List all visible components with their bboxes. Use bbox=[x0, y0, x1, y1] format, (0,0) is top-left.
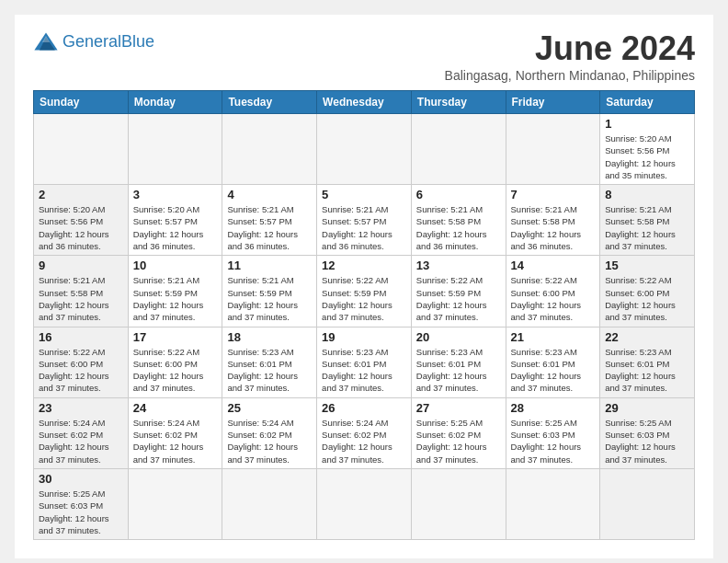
day-info-17: Sunrise: 5:22 AM Sunset: 6:00 PM Dayligh… bbox=[133, 347, 204, 394]
day-number-4: 4 bbox=[227, 188, 312, 201]
day-27: 27 Sunrise: 5:25 AM Sunset: 6:02 PM Dayl… bbox=[411, 397, 506, 468]
day-info-19: Sunrise: 5:23 AM Sunset: 6:01 PM Dayligh… bbox=[322, 347, 392, 394]
day-info-25: Sunrise: 5:24 AM Sunset: 6:02 PM Dayligh… bbox=[227, 418, 298, 465]
day-3: 3 Sunrise: 5:20 AM Sunset: 5:57 PM Dayli… bbox=[128, 185, 222, 256]
empty-cell bbox=[222, 468, 317, 539]
day-info-10: Sunrise: 5:21 AM Sunset: 5:59 PM Dayligh… bbox=[133, 275, 204, 322]
day-info-7: Sunrise: 5:21 AM Sunset: 5:58 PM Dayligh… bbox=[511, 204, 582, 251]
empty-cell bbox=[34, 114, 129, 185]
day-23: 23 Sunrise: 5:24 AM Sunset: 6:02 PM Dayl… bbox=[34, 397, 129, 468]
day-info-15: Sunrise: 5:22 AM Sunset: 6:00 PM Dayligh… bbox=[605, 275, 676, 322]
logo: GeneralBlue bbox=[33, 29, 154, 55]
week-row-3: 9 Sunrise: 5:21 AM Sunset: 5:58 PM Dayli… bbox=[34, 256, 695, 327]
day-info-18: Sunrise: 5:23 AM Sunset: 6:01 PM Dayligh… bbox=[227, 347, 298, 394]
header-sunday: Sunday bbox=[34, 91, 129, 114]
day-11: 11 Sunrise: 5:21 AM Sunset: 5:59 PM Dayl… bbox=[222, 256, 317, 327]
week-row-2: 2 Sunrise: 5:20 AM Sunset: 5:56 PM Dayli… bbox=[34, 185, 695, 256]
day-info-9: Sunrise: 5:21 AM Sunset: 5:58 PM Dayligh… bbox=[39, 275, 109, 322]
day-number-20: 20 bbox=[416, 330, 501, 344]
day-number-8: 8 bbox=[605, 188, 689, 201]
day-info-3: Sunrise: 5:20 AM Sunset: 5:57 PM Dayligh… bbox=[133, 204, 204, 251]
day-number-11: 11 bbox=[227, 259, 312, 272]
day-info-4: Sunrise: 5:21 AM Sunset: 5:57 PM Dayligh… bbox=[227, 204, 298, 251]
day-21: 21 Sunrise: 5:23 AM Sunset: 6:01 PM Dayl… bbox=[506, 327, 600, 397]
day-info-1: Sunrise: 5:20 AM Sunset: 5:56 PM Dayligh… bbox=[605, 133, 676, 180]
header-thursday: Thursday bbox=[411, 91, 506, 114]
week-row-6: 30 Sunrise: 5:25 AM Sunset: 6:03 PM Dayl… bbox=[34, 468, 695, 539]
day-13: 13 Sunrise: 5:22 AM Sunset: 5:59 PM Dayl… bbox=[411, 256, 506, 327]
day-28: 28 Sunrise: 5:25 AM Sunset: 6:03 PM Dayl… bbox=[506, 397, 600, 468]
day-number-15: 15 bbox=[605, 259, 689, 272]
day-info-6: Sunrise: 5:21 AM Sunset: 5:58 PM Dayligh… bbox=[416, 204, 487, 251]
day-number-23: 23 bbox=[39, 401, 123, 415]
day-22: 22 Sunrise: 5:23 AM Sunset: 6:01 PM Dayl… bbox=[600, 327, 695, 397]
day-number-5: 5 bbox=[322, 188, 406, 201]
day-17: 17 Sunrise: 5:22 AM Sunset: 6:00 PM Dayl… bbox=[128, 327, 222, 397]
location: Balingasag, Northern Mindanao, Philippin… bbox=[445, 68, 695, 83]
logo-blue: Blue bbox=[121, 32, 154, 51]
day-number-10: 10 bbox=[133, 259, 218, 272]
day-number-12: 12 bbox=[322, 259, 406, 272]
day-6: 6 Sunrise: 5:21 AM Sunset: 5:58 PM Dayli… bbox=[411, 185, 506, 256]
day-number-25: 25 bbox=[227, 401, 312, 415]
day-info-11: Sunrise: 5:21 AM Sunset: 5:59 PM Dayligh… bbox=[227, 275, 298, 322]
day-15: 15 Sunrise: 5:22 AM Sunset: 6:00 PM Dayl… bbox=[600, 256, 695, 327]
day-number-22: 22 bbox=[605, 330, 689, 344]
day-number-19: 19 bbox=[322, 330, 406, 344]
empty-cell bbox=[128, 468, 222, 539]
day-number-9: 9 bbox=[39, 259, 123, 272]
day-20: 20 Sunrise: 5:23 AM Sunset: 6:01 PM Dayl… bbox=[411, 327, 506, 397]
empty-cell bbox=[128, 114, 222, 185]
empty-cell bbox=[411, 114, 506, 185]
header-monday: Monday bbox=[128, 91, 222, 114]
calendar-table: Sunday Monday Tuesday Wednesday Thursday… bbox=[33, 90, 695, 540]
logo-text: GeneralBlue bbox=[63, 33, 154, 52]
day-number-6: 6 bbox=[416, 188, 501, 201]
day-number-28: 28 bbox=[511, 401, 596, 415]
day-8: 8 Sunrise: 5:21 AM Sunset: 5:58 PM Dayli… bbox=[600, 185, 695, 256]
empty-cell bbox=[506, 114, 600, 185]
day-info-12: Sunrise: 5:22 AM Sunset: 5:59 PM Dayligh… bbox=[322, 275, 392, 322]
empty-cell bbox=[600, 468, 695, 539]
day-info-27: Sunrise: 5:25 AM Sunset: 6:02 PM Dayligh… bbox=[416, 418, 487, 465]
logo-icon bbox=[33, 29, 59, 55]
logo-general: General bbox=[63, 32, 121, 51]
day-29: 29 Sunrise: 5:25 AM Sunset: 6:03 PM Dayl… bbox=[600, 397, 695, 468]
day-2: 2 Sunrise: 5:20 AM Sunset: 5:56 PM Dayli… bbox=[34, 185, 129, 256]
day-30: 30 Sunrise: 5:25 AM Sunset: 6:03 PM Dayl… bbox=[34, 468, 129, 539]
empty-cell bbox=[317, 468, 412, 539]
day-number-13: 13 bbox=[416, 259, 501, 272]
day-info-29: Sunrise: 5:25 AM Sunset: 6:03 PM Dayligh… bbox=[605, 418, 676, 465]
day-9: 9 Sunrise: 5:21 AM Sunset: 5:58 PM Dayli… bbox=[34, 256, 129, 327]
day-info-20: Sunrise: 5:23 AM Sunset: 6:01 PM Dayligh… bbox=[416, 347, 487, 394]
day-number-16: 16 bbox=[39, 330, 123, 344]
day-info-30: Sunrise: 5:25 AM Sunset: 6:03 PM Dayligh… bbox=[39, 488, 109, 535]
day-number-30: 30 bbox=[39, 472, 123, 486]
day-number-1: 1 bbox=[605, 117, 689, 131]
week-row-4: 16 Sunrise: 5:22 AM Sunset: 6:00 PM Dayl… bbox=[34, 327, 695, 397]
day-16: 16 Sunrise: 5:22 AM Sunset: 6:00 PM Dayl… bbox=[34, 327, 129, 397]
calendar-page: GeneralBlue June 2024 Balingasag, Northe… bbox=[15, 15, 713, 558]
empty-cell bbox=[222, 114, 317, 185]
day-info-21: Sunrise: 5:23 AM Sunset: 6:01 PM Dayligh… bbox=[511, 347, 582, 394]
day-number-27: 27 bbox=[416, 401, 501, 415]
week-row-5: 23 Sunrise: 5:24 AM Sunset: 6:02 PM Dayl… bbox=[34, 397, 695, 468]
day-19: 19 Sunrise: 5:23 AM Sunset: 6:01 PM Dayl… bbox=[317, 327, 412, 397]
header-friday: Friday bbox=[506, 91, 600, 114]
header-tuesday: Tuesday bbox=[222, 91, 317, 114]
day-number-3: 3 bbox=[133, 188, 218, 201]
empty-cell bbox=[506, 468, 600, 539]
day-number-21: 21 bbox=[511, 330, 596, 344]
day-number-14: 14 bbox=[511, 259, 596, 272]
day-info-26: Sunrise: 5:24 AM Sunset: 6:02 PM Dayligh… bbox=[322, 418, 392, 465]
day-info-13: Sunrise: 5:22 AM Sunset: 5:59 PM Dayligh… bbox=[416, 275, 487, 322]
day-10: 10 Sunrise: 5:21 AM Sunset: 5:59 PM Dayl… bbox=[128, 256, 222, 327]
day-info-5: Sunrise: 5:21 AM Sunset: 5:57 PM Dayligh… bbox=[322, 204, 392, 251]
day-info-14: Sunrise: 5:22 AM Sunset: 6:00 PM Dayligh… bbox=[511, 275, 582, 322]
day-1: 1 Sunrise: 5:20 AM Sunset: 5:56 PM Dayli… bbox=[600, 114, 695, 185]
day-7: 7 Sunrise: 5:21 AM Sunset: 5:58 PM Dayli… bbox=[506, 185, 600, 256]
day-number-29: 29 bbox=[605, 401, 689, 415]
day-14: 14 Sunrise: 5:22 AM Sunset: 6:00 PM Dayl… bbox=[506, 256, 600, 327]
week-row-1: 1 Sunrise: 5:20 AM Sunset: 5:56 PM Dayli… bbox=[34, 114, 695, 185]
day-4: 4 Sunrise: 5:21 AM Sunset: 5:57 PM Dayli… bbox=[222, 185, 317, 256]
